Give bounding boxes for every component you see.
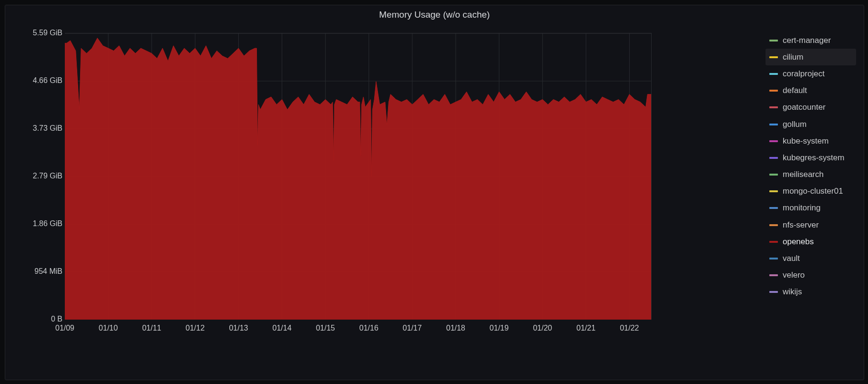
x-axis-tick: 01/13 [229, 324, 248, 332]
legend-label: vault [783, 254, 800, 263]
legend-swatch [769, 207, 778, 209]
legend-label: meilisearch [783, 170, 824, 179]
legend-item-goatcounter[interactable]: goatcounter [766, 99, 856, 116]
y-axis-tick: 3.73 GiB [15, 124, 62, 133]
legend-label: kubegres-system [783, 153, 844, 163]
x-axis-tick: 01/22 [620, 324, 639, 332]
legend-swatch [769, 258, 778, 259]
legend-swatch [769, 190, 778, 192]
legend-item-vault[interactable]: vault [766, 250, 856, 267]
x-axis-tick: 01/12 [185, 324, 204, 332]
legend-swatch [769, 73, 778, 75]
legend-item-openebs[interactable]: openebs [766, 233, 856, 250]
x-axis-tick: 01/15 [316, 324, 335, 332]
legend-label: monitoring [783, 203, 820, 213]
series-openebs [65, 38, 651, 320]
legend-label: openebs [783, 237, 814, 247]
legend-label: default [783, 86, 807, 95]
x-axis-tick: 01/21 [576, 324, 595, 332]
legend-label: cilium [783, 52, 803, 62]
legend-swatch [769, 241, 778, 243]
x-axis-tick: 01/10 [99, 324, 118, 332]
legend-label: kube-system [783, 136, 828, 146]
legend-label: cert-manager [783, 36, 831, 45]
legend-item-coralproject[interactable]: coralproject [766, 65, 856, 82]
legend-item-kube-system[interactable]: kube-system [766, 133, 856, 149]
y-axis-tick: 1.86 GiB [15, 219, 62, 228]
panel-title: Memory Usage (w/o cache) [5, 5, 864, 26]
legend-label: goatcounter [783, 103, 826, 112]
x-axis-tick: 01/11 [142, 324, 161, 332]
x-axis-tick: 01/18 [446, 324, 465, 332]
y-axis-tick: 0 B [15, 315, 62, 323]
legend-swatch [769, 174, 778, 176]
legend-label: nfs-server [783, 220, 819, 230]
legend-item-cilium[interactable]: cilium [766, 49, 856, 65]
legend-item-cert-manager[interactable]: cert-manager [766, 32, 856, 49]
legend: cert-managerciliumcoralprojectdefaultgoa… [766, 32, 856, 301]
legend-label: velero [783, 270, 805, 280]
legend-swatch [769, 224, 778, 226]
y-axis-tick: 2.79 GiB [15, 172, 62, 180]
legend-swatch [769, 157, 778, 159]
legend-swatch [769, 124, 778, 125]
legend-item-wikijs[interactable]: wikijs [766, 284, 856, 301]
legend-label: wikijs [783, 287, 802, 297]
y-axis-tick: 4.66 GiB [15, 76, 62, 85]
legend-label: mongo-cluster01 [783, 187, 843, 196]
legend-swatch [769, 140, 778, 142]
legend-swatch [769, 56, 778, 58]
x-axis-tick: 01/19 [490, 324, 509, 332]
area-series [65, 38, 651, 320]
legend-item-default[interactable]: default [766, 83, 856, 99]
plot-svg [65, 33, 651, 320]
x-axis-tick: 01/16 [359, 324, 378, 332]
legend-item-kubegres-system[interactable]: kubegres-system [766, 149, 856, 166]
legend-swatch [769, 291, 778, 293]
y-axis-tick: 954 MiB [15, 267, 62, 276]
legend-item-gollum[interactable]: gollum [766, 116, 856, 133]
y-axis-tick: 5.59 GiB [15, 29, 62, 37]
legend-swatch [769, 106, 778, 108]
x-axis-tick: 01/14 [273, 324, 292, 332]
x-axis-tick: 01/09 [55, 324, 74, 332]
legend-label: gollum [783, 120, 807, 129]
x-axis-tick: 01/20 [533, 324, 552, 332]
legend-swatch [769, 274, 778, 276]
legend-swatch [769, 40, 778, 42]
legend-item-velero[interactable]: velero [766, 267, 856, 284]
legend-item-mongo-cluster01[interactable]: mongo-cluster01 [766, 183, 856, 200]
legend-item-nfs-server[interactable]: nfs-server [766, 217, 856, 233]
legend-item-meilisearch[interactable]: meilisearch [766, 166, 856, 183]
memory-usage-panel: Memory Usage (w/o cache) 0 B954 MiB1.86 … [5, 5, 864, 380]
legend-swatch [769, 90, 778, 92]
plot-area[interactable] [65, 33, 652, 320]
legend-item-monitoring[interactable]: monitoring [766, 200, 856, 217]
chart-container: 0 B954 MiB1.86 GiB2.79 GiB3.73 GiB4.66 G… [10, 28, 773, 357]
x-axis-tick: 01/17 [403, 324, 422, 332]
legend-label: coralproject [783, 69, 825, 79]
